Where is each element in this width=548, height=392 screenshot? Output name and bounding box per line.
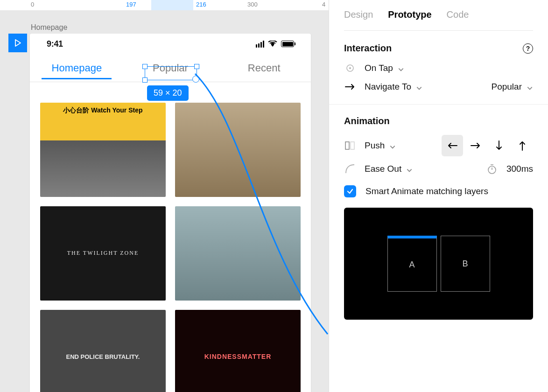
play-icon — [14, 39, 22, 47]
frame-label[interactable]: Homepage — [31, 23, 67, 32]
ruler-tick: 300 — [247, 1, 258, 8]
trigger-row[interactable]: On Tap — [344, 62, 533, 74]
signal-icon — [256, 41, 264, 48]
device-frame[interactable]: 9:41 Homepage Popular Recent 小心台阶 Watch … — [30, 34, 311, 392]
animation-type-label: Push — [365, 140, 385, 151]
ruler-tick: 4 — [322, 1, 325, 8]
interaction-title: Interaction — [344, 43, 392, 54]
tab-homepage[interactable]: Homepage — [30, 57, 124, 79]
divider — [329, 104, 548, 105]
grid-image[interactable]: KINDNESSMATTER — [175, 310, 301, 392]
chevron-down-icon — [527, 84, 533, 90]
ruler: 0 197 216 300 4 — [0, 0, 329, 10]
target-label: Popular — [492, 82, 522, 92]
grid-image[interactable] — [175, 206, 301, 301]
panel-tab-design[interactable]: Design — [344, 9, 373, 20]
action-row[interactable]: Navigate To Popular — [344, 81, 533, 93]
dimensions-badge: 59 × 20 — [147, 85, 189, 101]
animation-preview[interactable]: A B — [344, 208, 533, 320]
direction-toggle — [442, 135, 533, 156]
svg-rect-3 — [351, 142, 354, 149]
easing-label: Ease Out — [365, 164, 401, 174]
ruler-tick: 216 — [196, 1, 206, 8]
resize-handle[interactable] — [142, 64, 148, 69]
canvas[interactable]: 0 197 216 300 4 Homepage 9:41 Homepage P… — [0, 0, 329, 392]
resize-handle[interactable] — [194, 64, 199, 69]
panel-tabs: Design Prototype Code — [344, 0, 533, 31]
chevron-down-icon — [406, 166, 413, 172]
direction-down-button[interactable] — [488, 135, 510, 156]
preview-frame-b: B — [441, 236, 490, 292]
panel-tab-prototype[interactable]: Prototype — [388, 9, 431, 20]
grid-image[interactable]: END POLICE BRUTALITY. — [40, 310, 166, 392]
animation-title: Animation — [344, 116, 390, 126]
ruler-tick: 197 — [126, 1, 136, 8]
trigger-label: On Tap — [365, 63, 393, 73]
tab-recent[interactable]: Recent — [217, 57, 311, 79]
timer-icon — [486, 163, 498, 175]
grid-image[interactable]: THE TWILIGHT ZONE — [40, 206, 166, 301]
prototype-play-button[interactable] — [8, 34, 27, 52]
ruler-tick: 0 — [31, 1, 34, 8]
chevron-down-icon — [398, 65, 404, 71]
selection-outline[interactable]: 59 × 20 — [145, 66, 197, 80]
svg-point-1 — [349, 67, 351, 69]
smart-animate-label: Smart Animate matching layers — [365, 186, 488, 196]
action-label: Navigate To — [365, 82, 411, 92]
direction-right-button[interactable] — [465, 135, 486, 156]
easing-icon — [344, 163, 356, 175]
grid-image[interactable]: 小心台阶 Watch Your Step — [40, 103, 166, 197]
animation-type-dropdown[interactable]: Push — [365, 140, 396, 151]
help-icon[interactable]: ? — [523, 43, 533, 54]
arrow-right-icon — [344, 81, 356, 93]
image-grid: 小心台阶 Watch Your Step THE TWILIGHT ZONE E… — [30, 82, 311, 392]
resize-handle[interactable] — [142, 77, 148, 83]
status-time: 9:41 — [47, 39, 63, 49]
ruler-selection — [151, 0, 193, 10]
chevron-down-icon — [389, 142, 396, 149]
prototype-node-handle[interactable] — [192, 76, 199, 83]
battery-icon — [281, 41, 294, 47]
grid-image[interactable] — [175, 103, 301, 197]
target-dropdown[interactable]: Popular — [492, 82, 534, 92]
panel-tab-code[interactable]: Code — [447, 9, 469, 20]
properties-panel: Design Prototype Code Interaction ? On T… — [329, 0, 548, 392]
animation-type-icon — [344, 140, 356, 152]
direction-left-button[interactable] — [442, 135, 463, 156]
duration-value[interactable]: 300ms — [506, 164, 533, 174]
wifi-icon — [268, 41, 277, 47]
checkmark-icon — [346, 188, 354, 195]
direction-up-button[interactable] — [512, 135, 533, 156]
svg-rect-2 — [345, 142, 349, 149]
smart-animate-checkbox[interactable] — [344, 185, 356, 197]
trigger-icon — [344, 62, 356, 74]
easing-dropdown[interactable]: Ease Out — [365, 164, 413, 174]
preview-frame-a: A — [387, 236, 437, 292]
chevron-down-icon — [416, 84, 422, 90]
status-bar: 9:41 — [30, 34, 311, 54]
